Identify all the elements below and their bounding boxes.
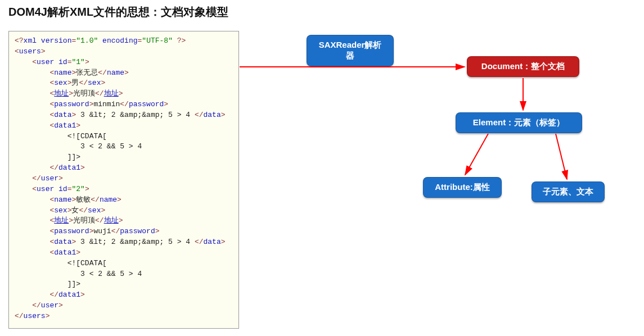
user-data: 3 &lt; 2 &amp;&amp; 5 > 4 xyxy=(76,111,195,119)
node-element: Element：元素（标签） xyxy=(456,112,582,133)
user-name: 张无忌 xyxy=(76,69,98,77)
node-attribute: Attribute:属性 xyxy=(423,177,502,198)
user-cdata: 3 < 2 && 5 > 4 xyxy=(80,270,142,278)
node-document: Document：整个文档 xyxy=(467,56,579,77)
user-address: 光明顶 xyxy=(73,216,95,225)
node-saxreader: SAXReader解析器 xyxy=(307,35,394,66)
user-address: 光明顶 xyxy=(73,89,95,98)
xml-pi-encoding: UTF-8 xyxy=(146,37,168,45)
user-id: 1 xyxy=(76,58,80,66)
node-child: 子元素、文本 xyxy=(532,181,605,202)
user-cdata: 3 < 2 && 5 > 4 xyxy=(80,142,142,151)
arrow-element-to-child xyxy=(556,134,567,179)
user-name: 敏敏 xyxy=(76,196,91,204)
user-id: 2 xyxy=(76,185,80,193)
user-password: wuji xyxy=(93,227,111,235)
user-sex: 男 xyxy=(71,79,79,87)
page-title: DOM4J解析XML文件的思想：文档对象模型 xyxy=(8,4,228,20)
user-data: 3 &lt; 2 &amp;&amp; 5 > 4 xyxy=(76,238,195,246)
xml-pi-version: 1.0 xyxy=(80,37,93,45)
user-password: minmin xyxy=(93,100,120,108)
arrow-element-to-attribute xyxy=(465,134,488,175)
xml-code-block: <?xml version="1.0" encoding="UTF-8" ?> … xyxy=(8,31,239,329)
user-sex: 女 xyxy=(71,206,79,215)
